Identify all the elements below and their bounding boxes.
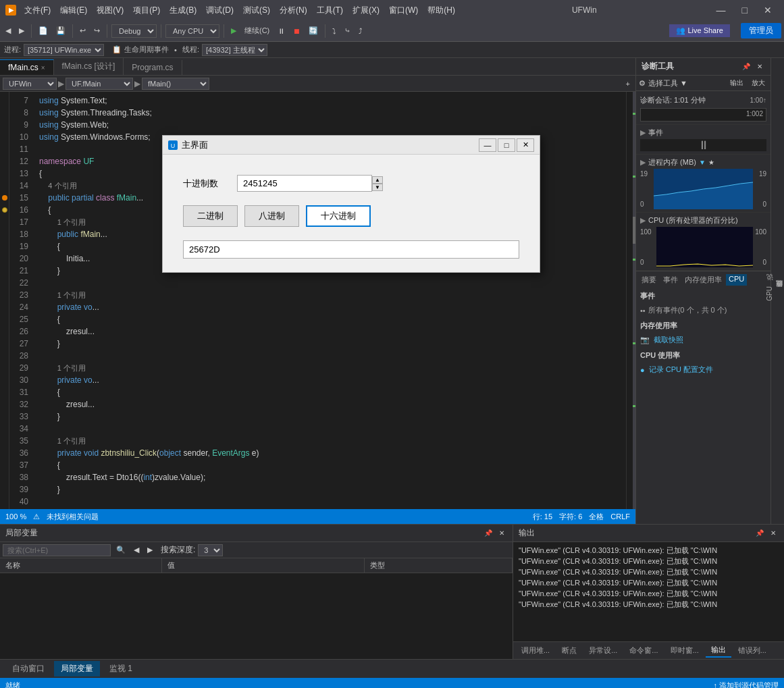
nav-fwd-btn[interactable]: ▶ bbox=[145, 544, 155, 556]
class-select[interactable]: UF.fMain bbox=[66, 78, 133, 90]
output-close-btn[interactable]: ✕ bbox=[768, 528, 779, 538]
editor-tab[interactable]: fMain.cs× bbox=[0, 59, 54, 75]
locals-pin-btn[interactable]: 📌 bbox=[481, 528, 495, 538]
step-over-button[interactable]: ⤵ bbox=[330, 26, 339, 36]
menu-item[interactable]: 窗口(W) bbox=[385, 3, 422, 18]
locals-search[interactable] bbox=[3, 544, 111, 556]
dialog-close-btn[interactable]: ✕ bbox=[517, 138, 534, 152]
dialog-action-btn[interactable]: 十六进制 bbox=[306, 205, 371, 227]
stop-button[interactable]: ⏹ bbox=[290, 26, 303, 36]
menu-item[interactable]: 编辑(E) bbox=[56, 3, 91, 18]
process-select[interactable]: [35712] UFWin.exe bbox=[24, 44, 104, 56]
diag-pin-button[interactable]: 📌 bbox=[739, 61, 753, 72]
action-buttons[interactable]: 二进制八进制十六进制 bbox=[183, 205, 519, 227]
editor-tab[interactable]: Program.cs bbox=[124, 60, 182, 75]
dialog-controls[interactable]: — □ ✕ bbox=[479, 138, 534, 152]
live-share-button[interactable]: 👥 Live Share bbox=[669, 24, 730, 37]
window-tab[interactable]: 监视 1 bbox=[103, 661, 139, 677]
output-tabs[interactable]: 调用堆...断点异常设...命令窗...即时窗...输出错误列... bbox=[513, 641, 784, 659]
output-pin-btn[interactable]: 📌 bbox=[753, 528, 766, 538]
dialog-action-btn[interactable]: 二进制 bbox=[183, 205, 238, 227]
method-select[interactable]: fMain() bbox=[142, 78, 209, 90]
output-tab[interactable]: 输出 bbox=[706, 643, 731, 658]
table-column-header: 名称 bbox=[0, 558, 162, 573]
line-number: 12 bbox=[15, 155, 28, 167]
locals-close-btn[interactable]: ✕ bbox=[496, 528, 507, 538]
start-button[interactable]: ▶ bbox=[228, 25, 239, 36]
thread-select[interactable]: [43932] 主线程 bbox=[202, 44, 267, 56]
locals-toolbar: 🔍 ◀ ▶ 搜索深度: 3 bbox=[0, 542, 513, 558]
diag-tab[interactable]: 摘要 bbox=[639, 274, 659, 286]
pause-button[interactable]: ⏸ bbox=[275, 26, 288, 36]
new-button[interactable]: 📄 bbox=[36, 25, 51, 36]
tab-close-icon[interactable]: × bbox=[41, 64, 45, 72]
undo-button[interactable]: ↩ bbox=[77, 25, 88, 36]
result-input[interactable] bbox=[183, 240, 519, 259]
menu-item[interactable]: 帮助(H) bbox=[423, 3, 459, 18]
output-btn[interactable]: 输出 bbox=[727, 77, 746, 89]
diag-close-button[interactable]: ✕ bbox=[754, 61, 765, 72]
back-button[interactable]: ◀ bbox=[3, 25, 14, 36]
memory-label: 进程内存 (MB) bbox=[648, 157, 696, 167]
redo-button[interactable]: ↪ bbox=[91, 25, 103, 36]
minimize-button[interactable]: — bbox=[710, 3, 733, 17]
output-tab[interactable]: 错误列... bbox=[733, 644, 772, 657]
main-dialog[interactable]: U 主界面 — □ ✕ 十进制数 ▲ ▼ bbox=[162, 135, 540, 273]
decimal-input[interactable] bbox=[237, 175, 372, 192]
debug-dropdown[interactable]: Debug bbox=[111, 24, 157, 38]
diag-tab[interactable]: 事件 bbox=[660, 274, 681, 286]
forward-button[interactable]: ▶ bbox=[16, 25, 27, 36]
menu-item[interactable]: 文件(F) bbox=[20, 3, 55, 18]
restart-button[interactable]: 🔄 bbox=[306, 25, 321, 36]
admin-button[interactable]: 管理员 bbox=[741, 23, 781, 38]
code-line: private vo... bbox=[39, 301, 626, 313]
spin-down-btn[interactable]: ▼ bbox=[372, 184, 383, 191]
step-out-button[interactable]: ⤴ bbox=[356, 26, 365, 36]
menu-item[interactable]: 工具(T) bbox=[313, 3, 347, 18]
menu-item[interactable]: 项目(P) bbox=[129, 3, 164, 18]
depth-select[interactable]: 3 bbox=[198, 544, 223, 556]
add-code-btn[interactable]: + bbox=[623, 78, 633, 89]
menu-item[interactable]: 视图(V) bbox=[93, 3, 128, 18]
output-tab[interactable]: 命令窗... bbox=[624, 644, 663, 657]
record-cpu-text[interactable]: 记录 CPU 配置文件 bbox=[649, 365, 713, 375]
snapshot-text[interactable]: 截取快照 bbox=[654, 335, 683, 345]
diag-bottom-tabs[interactable]: 摘要事件内存使用率CPU bbox=[636, 271, 770, 288]
diagnostics-header: 诊断工具 📌 ✕ bbox=[636, 58, 770, 76]
window-tab[interactable]: 局部变量 bbox=[54, 661, 100, 677]
editor-tab[interactable]: fMain.cs [设计] bbox=[54, 58, 124, 75]
dialog-maximize-btn[interactable]: □ bbox=[498, 138, 515, 152]
memory-section: ▶ 进程内存 (MB) ▼ ★ 19 0 bbox=[636, 155, 770, 213]
output-tab[interactable]: 调用堆... bbox=[516, 644, 555, 657]
nav-back-btn[interactable]: ◀ bbox=[131, 544, 142, 556]
menu-item[interactable]: 扩展(X) bbox=[348, 3, 384, 18]
source-control[interactable]: ↑ 添加到源代码管理 bbox=[713, 681, 779, 689]
search-btn[interactable]: 🔍 bbox=[113, 544, 128, 556]
zoom-btn[interactable]: 放大 bbox=[749, 77, 768, 89]
window-tab[interactable]: 自动窗口 bbox=[5, 661, 51, 677]
menu-item[interactable]: 分析(N) bbox=[276, 3, 311, 18]
spin-up-btn[interactable]: ▲ bbox=[372, 176, 383, 184]
dialog-minimize-btn[interactable]: — bbox=[479, 138, 496, 152]
close-button[interactable]: ✕ bbox=[757, 3, 779, 17]
maximize-button[interactable]: □ bbox=[735, 3, 754, 17]
output-tab[interactable]: 断点 bbox=[556, 644, 582, 657]
menu-item[interactable]: 生成(B) bbox=[165, 3, 201, 18]
error-text: 未找到相关问题 bbox=[47, 512, 99, 522]
window-tabs-bar[interactable]: 自动窗口局部变量监视 1 bbox=[0, 659, 784, 678]
continue-button[interactable]: 继续(C) bbox=[242, 24, 272, 37]
diag-tab[interactable]: 内存使用率 bbox=[682, 274, 725, 286]
menu-item[interactable]: 测试(S) bbox=[239, 3, 274, 18]
namespace-select[interactable]: UFWin bbox=[3, 78, 57, 90]
output-tab[interactable]: 即时窗... bbox=[665, 644, 704, 657]
step-into-button[interactable]: ⤷ bbox=[342, 25, 353, 36]
diag-tab[interactable]: CPU bbox=[726, 274, 747, 286]
output-tab[interactable]: 异常设... bbox=[583, 644, 623, 657]
dialog-action-btn[interactable]: 八进制 bbox=[244, 205, 299, 227]
cpu-dropdown[interactable]: Any CPU bbox=[165, 24, 219, 38]
save-button[interactable]: 💾 bbox=[53, 25, 68, 36]
menu-bar[interactable]: 文件(F)编辑(E)视图(V)项目(P)生成(B)调试(D)测试(S)分析(N)… bbox=[20, 3, 459, 18]
code-line: private vo... bbox=[39, 374, 626, 386]
select-tools-label: ⚙ bbox=[639, 79, 646, 88]
menu-item[interactable]: 调试(D) bbox=[202, 3, 238, 18]
